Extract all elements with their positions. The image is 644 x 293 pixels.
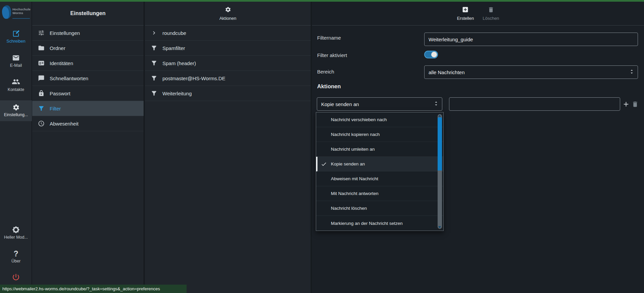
sidebar-item-logout[interactable] [0, 273, 32, 281]
option-nachricht-umleiten-an[interactable]: Nachricht umleiten an [316, 142, 443, 157]
sidebar-item-kontakte[interactable]: Kontakte [0, 78, 32, 92]
settings-nav-item-schnellantworten[interactable]: Schnellantworten [32, 71, 144, 86]
id-card-icon [38, 60, 45, 66]
filter-item-label: Weiterleitung [162, 91, 192, 96]
filter-list-header[interactable]: Aktionen [145, 2, 311, 26]
dropdown-scrollbar[interactable] [438, 114, 442, 229]
chevron-right-icon [151, 30, 157, 36]
filter-list-panel: Aktionen roundcube Spamfilter Spam (head… [145, 2, 311, 293]
option-label: Nachricht kopieren nach [331, 132, 380, 137]
actions-section-heading: Aktionen [317, 83, 341, 90]
option-nachricht-loeschen[interactable]: Nachricht löschen [316, 201, 443, 216]
action-type-value: Kopie senden an [321, 101, 359, 107]
sidebar-item-label: Heller Mod... [4, 235, 28, 240]
clock-icon [38, 120, 45, 127]
sidebar-item-einstellungen[interactable]: Einstellung... [0, 100, 32, 121]
detail-toolbar: Erstellen Löschen [312, 2, 644, 26]
funnel-icon [151, 45, 157, 51]
scope-select[interactable]: alle Nachrichten [424, 65, 638, 79]
lock-icon [38, 90, 45, 97]
filter-list: roundcube Spamfilter Spam (header) postm… [145, 26, 311, 101]
settings-nav-header: Einstellungen [32, 2, 144, 26]
settings-nav-item-label: Filter [50, 106, 61, 111]
settings-nav-item-label: Identitäten [50, 60, 73, 66]
filter-set-roundcube[interactable]: roundcube [145, 26, 311, 41]
option-nachricht-kopieren-nach[interactable]: Nachricht kopieren nach [316, 127, 443, 142]
gear-icon [225, 6, 231, 14]
scroll-up-arrow-icon[interactable] [438, 115, 441, 117]
logo-text-line1: Hochschule [12, 8, 31, 11]
status-url-bar: https://webmailer2.hs-worms.de/roundcube… [0, 285, 187, 293]
filtername-input[interactable] [424, 33, 638, 46]
sidebar-item-heller-modus[interactable]: Heller Mod... [0, 226, 32, 240]
settings-nav-panel: Einstellungen Einstellungen Ordner Ident… [32, 2, 144, 293]
filter-enabled-toggle[interactable] [424, 51, 438, 58]
settings-nav-title: Einstellungen [70, 10, 106, 16]
option-label: Abweisen mit Nachricht [331, 176, 378, 181]
sidebar-item-schreiben[interactable]: Schreiben [0, 30, 32, 44]
delete-action-icon[interactable] [632, 101, 639, 109]
option-label: Nachricht verschieben nach [331, 117, 387, 122]
sidebar-item-label: Über [11, 259, 20, 263]
sidebar-item-label: Einstellung... [4, 113, 28, 117]
scroll-down-arrow-icon[interactable] [438, 226, 441, 228]
logo-text-line2: Worms [12, 11, 31, 15]
power-icon [12, 273, 20, 281]
check-icon [321, 161, 327, 168]
option-label: Nachricht umleiten an [331, 147, 375, 152]
funnel-icon [38, 105, 45, 112]
filter-item-postmaster[interactable]: postmaster@HS-Worms.DE [145, 71, 311, 86]
settings-nav-item-filter[interactable]: Filter [32, 101, 144, 116]
question-icon: ? [13, 250, 18, 257]
action-type-select[interactable]: Kopie senden an [317, 97, 442, 111]
filter-detail-panel: Erstellen Löschen Filtername Filter akti… [312, 2, 644, 293]
create-filter-button[interactable]: Erstellen [457, 6, 474, 21]
option-markierung-setzen[interactable]: Markierung an der Nachricht setzen [316, 216, 443, 231]
option-kopie-senden-an[interactable]: Kopie senden an [316, 157, 443, 172]
delete-filter-label: Löschen [483, 16, 499, 21]
option-label: Nachricht löschen [331, 206, 367, 211]
filter-list-header-label: Aktionen [219, 16, 237, 21]
settings-nav-item-passwort[interactable]: Passwort [32, 86, 144, 101]
settings-nav-item-identitaeten[interactable]: Identitäten [32, 56, 144, 71]
action-target-input[interactable] [449, 97, 620, 111]
filter-item-spamfilter[interactable]: Spamfilter [145, 41, 311, 56]
option-label: Markierung an der Nachricht setzen [331, 221, 403, 226]
option-abweisen-mit-nachricht[interactable]: Abweisen mit Nachricht [316, 172, 443, 186]
settings-nav-item-einstellungen[interactable]: Einstellungen [32, 26, 144, 41]
option-mit-nachricht-antworten[interactable]: Mit Nachricht antworten [316, 186, 443, 201]
filter-item-label: Spamfilter [162, 45, 185, 51]
option-nachricht-verschieben-nach[interactable]: Nachricht verschieben nach [316, 112, 443, 127]
settings-nav-list: Einstellungen Ordner Identitäten Schnell… [32, 26, 144, 131]
funnel-icon [151, 75, 157, 82]
mail-icon [12, 54, 20, 62]
sidebar-item-label: Schreiben [6, 39, 25, 44]
action-type-options: Nachricht verschieben nach Nachricht kop… [316, 112, 443, 231]
dropdown-scrollbar-thumb[interactable] [438, 117, 442, 170]
roundcube-webmail-app: Hochschule Worms Schreiben E-Mail Kontak… [0, 0, 644, 293]
add-square-icon [462, 6, 469, 14]
sidebar-item-ueber[interactable]: ? Über [0, 250, 32, 263]
delete-filter-button[interactable]: Löschen [483, 6, 499, 21]
settings-nav-item-label: Schnellantworten [50, 76, 88, 81]
logo-underline [12, 18, 30, 19]
sidebar-item-label: E-Mail [10, 63, 22, 68]
settings-nav-item-ordner[interactable]: Ordner [32, 41, 144, 56]
add-action-icon[interactable] [622, 100, 630, 109]
settings-nav-item-label: Abwesenheit [50, 121, 79, 127]
settings-nav-item-label: Ordner [50, 45, 65, 51]
hochschule-worms-logo: Hochschule Worms [1, 4, 32, 21]
settings-nav-item-label: Einstellungen [50, 30, 80, 36]
logo-mark-icon [2, 5, 11, 19]
filter-item-label: Spam (header) [162, 60, 196, 66]
option-label: Mit Nachricht antworten [331, 191, 379, 196]
filter-item-weiterleitung[interactable]: Weiterleitung [145, 86, 311, 101]
settings-nav-item-abwesenheit[interactable]: Abwesenheit [32, 116, 144, 131]
chat-bubble-icon [38, 75, 45, 82]
sliders-icon [38, 30, 45, 36]
contacts-icon [12, 78, 20, 86]
filter-item-spam-header[interactable]: Spam (header) [145, 56, 311, 71]
action-type-dropdown: Nachricht verschieben nach Nachricht kop… [316, 112, 444, 231]
filter-enabled-label: Filter aktiviert [317, 52, 347, 58]
sidebar-item-email[interactable]: E-Mail [0, 54, 32, 68]
